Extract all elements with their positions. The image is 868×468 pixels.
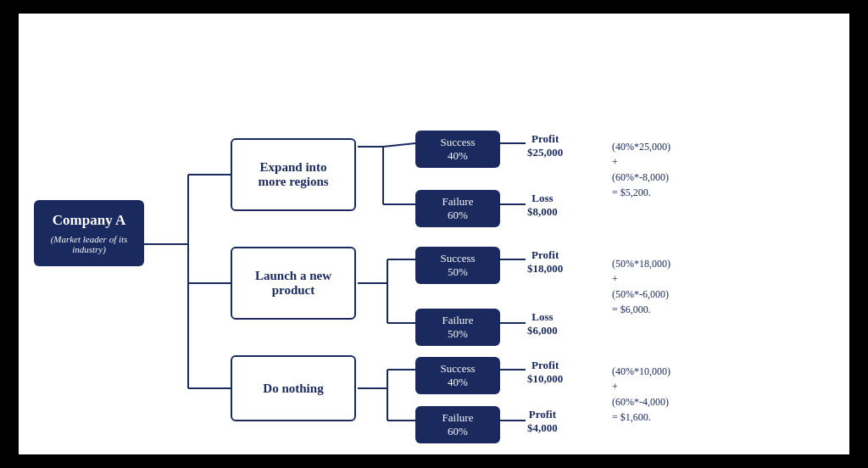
outcome-nothing-failure-line2: 60% [419, 425, 497, 438]
outcome-launch-failure: Failure 50% [415, 309, 500, 346]
result-expand-failure: Loss $8,000 [527, 192, 558, 219]
outcome-launch-success-line2: 50% [419, 265, 497, 279]
decision-expand-label: Expand intomore regions [258, 160, 328, 189]
outcome-expand-failure-line2: 60% [419, 209, 497, 222]
result-nothing-success: Profit $10,000 [527, 359, 563, 386]
decision-nothing-label: Do nothing [263, 382, 323, 396]
calc-launch: (50%*18,000) + (50%*-6,000) = $6,000. [612, 256, 670, 317]
outcome-launch-failure-line2: 50% [419, 327, 497, 341]
decision-expand: Expand intomore regions [231, 138, 356, 211]
result-nothing-failure: Profit $4,000 [527, 408, 558, 435]
outcome-expand-failure-line1: Failure [419, 195, 497, 209]
decision-launch-label: Launch a newproduct [255, 269, 331, 298]
outcome-expand-success-line1: Success [419, 136, 497, 149]
result-launch-success: Profit $18,000 [527, 248, 563, 276]
outcome-expand-success-line2: 40% [419, 149, 497, 163]
outcome-nothing-failure-line1: Failure [419, 411, 497, 425]
result-launch-failure: Loss $6,000 [527, 310, 558, 337]
calc-nothing: (40%*10,000) + (60%*-4,000) = $1,600. [612, 364, 670, 425]
outcome-nothing-failure: Failure 60% [415, 406, 500, 443]
outcome-launch-success: Success 50% [415, 247, 500, 284]
outcome-launch-failure-line1: Failure [419, 314, 497, 327]
calc-expand: (40%*25,000) + (60%*-8,000) = $5,200. [612, 139, 670, 200]
company-subtitle: (Market leader of its industry) [42, 234, 136, 254]
result-expand-success: Profit $25,000 [527, 132, 563, 159]
company-title: Company A [42, 212, 136, 229]
svg-line-8 [383, 143, 415, 147]
company-box: Company A (Market leader of its industry… [34, 200, 144, 266]
outcome-nothing-success: Success 40% [415, 357, 500, 394]
decision-nothing: Do nothing [231, 355, 356, 421]
outcome-nothing-success-line1: Success [419, 362, 497, 376]
decision-launch: Launch a newproduct [231, 247, 356, 320]
outcome-launch-success-line1: Success [419, 252, 497, 265]
outcome-expand-success: Success 40% [415, 131, 500, 168]
diagram: Company A (Market leader of its industry… [19, 14, 849, 454]
outcome-expand-failure: Failure 60% [415, 190, 500, 227]
outcome-nothing-success-line2: 40% [419, 376, 497, 389]
